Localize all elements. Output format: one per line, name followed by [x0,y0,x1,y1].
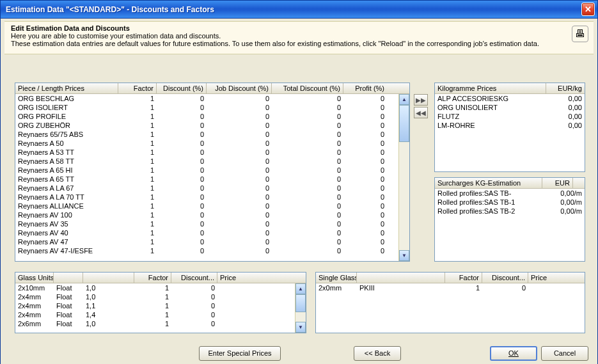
col-gufactor[interactable]: Factor [134,273,171,283]
col-guprice[interactable]: Price [217,273,306,283]
cancel-button[interactable]: Cancel [541,346,588,361]
table-row[interactable]: ORG BESCHLAG10000 [15,94,398,103]
piece-scrollbar[interactable]: ▲ ▼ [398,94,409,261]
col-sg2[interactable] [357,273,445,283]
enter-special-prices-button[interactable]: Enter Special Prices [199,346,281,361]
ok-button[interactable]: OK [490,346,537,361]
col-sgdisc[interactable]: Discount... [482,273,528,283]
table-row[interactable]: Reynaers A 65 HI10000 [15,166,398,175]
col-totaldiscount[interactable]: Total Discount (%) [272,83,343,93]
info-band: Edit Estimation Data and Discounts Here … [4,21,594,54]
col-sur[interactable]: Surcharges KG-Estimation [435,178,542,188]
table-row[interactable]: Reynaers A 58 TT10000 [15,157,398,166]
move-right-button[interactable]: ▶▶ [414,94,428,106]
table-row[interactable]: Reynaers AV 47-I/ESFE10000 [15,246,398,255]
table-row[interactable]: Reynaers A 53 TT10000 [15,148,398,157]
table-row[interactable]: Reynaers AV 4710000 [15,237,398,246]
table-row[interactable]: Rolled profiles:SAS TB-0,00/m [435,189,585,198]
col-eur[interactable]: EUR [542,178,573,188]
table-row[interactable]: ORG ZUBEHÖR10000 [15,121,398,130]
table-row[interactable]: 2x10mmFloat1,010 [15,283,295,292]
table-row[interactable]: FLUTZ0,00 [435,112,585,121]
table-row[interactable]: Reynaers A 5010000 [15,139,398,148]
close-button[interactable]: ✕ [581,3,595,16]
table-row[interactable]: ORG ISOLIERT10000 [15,103,398,112]
table-row[interactable]: Reynaers ALLIANCE10000 [15,202,398,210]
scroll-down-icon[interactable]: ▼ [399,250,409,261]
scroll-up-icon[interactable]: ▲ [399,94,409,105]
kg-prices-panel: Kilogramme Prices EUR/kg ALP ACCESORIESK… [434,83,585,172]
table-row[interactable]: 2x0mmPKIII10 [316,283,585,292]
table-row[interactable]: Rolled profiles:SAS TB-10,00/m [435,198,585,207]
table-row[interactable]: ALP ACCESORIESKG0,00 [435,94,585,103]
printer-icon: 🖶 [575,28,585,40]
table-row[interactable]: Reynaers A 65 TT10000 [15,175,398,184]
glass-scrollbar[interactable]: ▲ ▼ [295,283,306,333]
col-factor[interactable]: Factor [118,83,157,93]
title-bar: Estimation Data "<STANDARD>" - Discounts… [1,1,597,19]
table-row[interactable]: Reynaers A LA 70 TT10000 [15,193,398,202]
col-kg[interactable]: Kilogramme Prices [435,83,546,93]
col-sgfactor[interactable]: Factor [445,273,482,283]
print-button[interactable]: 🖶 [572,26,588,42]
col-piece[interactable]: Piece / Length Prices [15,83,118,93]
info-line1: Here you are able to customise your esti… [11,32,587,40]
scroll-up-icon[interactable]: ▲ [295,283,306,294]
table-row[interactable]: 2x4mmFloat1,110 [15,301,295,310]
info-heading: Edit Estimation Data and Discounts [11,24,587,32]
table-row[interactable]: 2x4mmFloat1,010 [15,292,295,301]
col-discount[interactable]: Discount (%) [157,83,207,93]
col-sur-extra[interactable] [573,178,585,188]
col-gudisc[interactable]: Discount... [171,273,217,283]
dialog-window: Estimation Data "<STANDARD>" - Discounts… [0,0,598,364]
glass-units-panel: Glass Units Factor Discount... Price 2x1… [15,272,306,333]
single-glass-panel: Single Glass Factor Discount... Price 2x… [315,272,585,333]
surcharges-panel: Surcharges KG-Estimation EUR Rolled prof… [434,177,585,262]
col-profit[interactable]: Profit (%) [343,83,387,93]
table-row[interactable]: LM-ROHRE0,00 [435,121,585,130]
table-row[interactable]: ORG UNISOLIERT0,00 [435,103,585,112]
col-sgprice[interactable]: Price [528,273,585,283]
col-sg1[interactable]: Single Glass [316,273,357,283]
table-row[interactable]: ORG PROFILE10000 [15,112,398,121]
scroll-down-icon[interactable]: ▼ [295,322,306,333]
col-jobdiscount[interactable]: Job Discount (%) [207,83,272,93]
table-row[interactable]: Reynaers A LA 6710000 [15,184,398,193]
col-gu3[interactable] [83,273,134,283]
window-title: Estimation Data "<STANDARD>" - Discounts… [6,5,581,14]
table-row[interactable]: 2x4mmFloat1,410 [15,310,295,319]
table-row[interactable]: Rolled profiles:SAS TB-20,00/m [435,207,585,216]
piece-length-panel: Piece / Length Prices Factor Discount (%… [15,83,410,262]
info-line2: These estimation data entries are defaul… [11,40,587,47]
col-gu1[interactable]: Glass Units [15,273,54,283]
scroll-thumb[interactable] [399,105,409,142]
move-left-button[interactable]: ◀◀ [414,107,428,118]
back-button[interactable]: << Back [354,346,401,361]
col-eurkg[interactable]: EUR/kg [546,83,585,93]
table-row[interactable]: Reynaers 65/75 ABS10000 [15,130,398,139]
table-row[interactable]: Reynaers AV 4010000 [15,228,398,237]
col-gu2[interactable] [54,273,83,283]
table-row[interactable]: 2x6mmFloat1,010 [15,319,295,328]
button-bar: Enter Special Prices << Back OK Cancel [1,340,597,364]
scroll-thumb[interactable] [295,294,306,312]
table-row[interactable]: Reynaers AV 10010000 [15,210,398,219]
table-row[interactable]: Reynaers AV 3510000 [15,219,398,228]
